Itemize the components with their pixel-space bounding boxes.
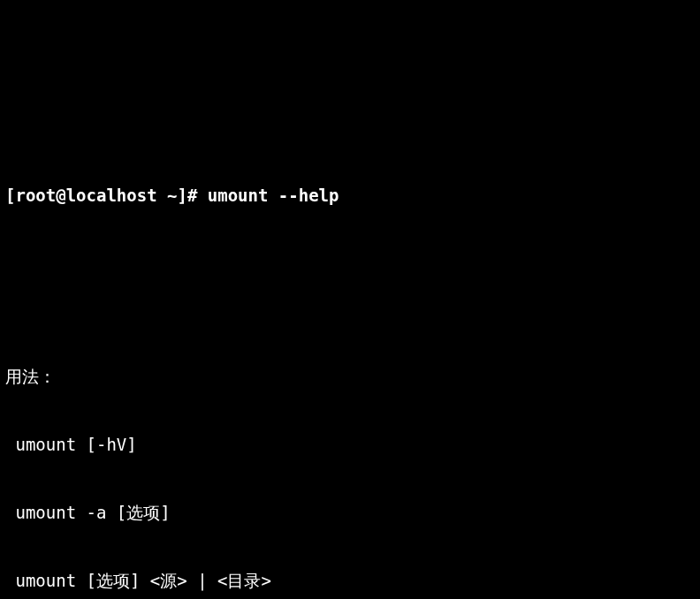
blank-line: [5, 276, 695, 299]
usage-line: umount [-hV]: [5, 434, 695, 457]
prompt-line: [root@localhost ~]# umount --help: [5, 185, 695, 208]
usage-line: umount -a [选项]: [5, 502, 695, 525]
shell-prompt: [root@localhost ~]#: [5, 185, 208, 208]
usage-header: 用法：: [5, 366, 695, 389]
usage-line: umount [选项] <源> | <目录>: [5, 570, 695, 593]
entered-command: umount --help: [208, 185, 339, 208]
terminal-screen[interactable]: [root@localhost ~]# umount --help 用法： um…: [0, 113, 700, 599]
